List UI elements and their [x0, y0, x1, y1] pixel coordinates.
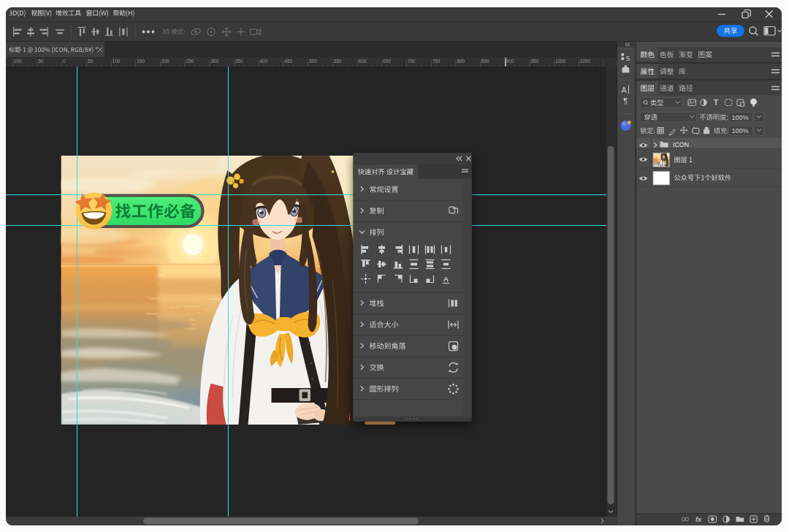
svg-text:A: A — [443, 275, 449, 283]
svg-text:fx: fx — [695, 516, 702, 523]
svg-text:100%: 100% — [732, 127, 749, 134]
svg-text:500: 500 — [309, 58, 317, 64]
svg-text:950: 950 — [531, 58, 539, 64]
svg-text:50: 50 — [39, 58, 45, 64]
svg-text:450: 450 — [285, 58, 293, 64]
svg-text:250: 250 — [186, 58, 194, 64]
svg-text:700: 700 — [408, 58, 416, 64]
svg-text:300: 300 — [210, 58, 218, 64]
svg-text:50: 50 — [88, 58, 94, 64]
svg-text:0: 0 — [63, 58, 66, 64]
svg-text:A: A — [621, 86, 626, 94]
svg-text:T: T — [714, 98, 719, 107]
svg-text:550: 550 — [334, 58, 342, 64]
svg-text:200: 200 — [161, 58, 169, 64]
svg-text:1000: 1000 — [555, 58, 566, 64]
svg-text:ICON: ICON — [673, 141, 689, 148]
svg-text:1050: 1050 — [580, 58, 591, 64]
svg-text:800: 800 — [457, 58, 465, 64]
svg-text:5: 5 — [626, 54, 630, 62]
svg-text:100%: 100% — [732, 114, 749, 121]
svg-text:400: 400 — [260, 58, 268, 64]
svg-text:350: 350 — [235, 58, 243, 64]
svg-text:900: 900 — [506, 58, 514, 64]
svg-text:600: 600 — [359, 58, 367, 64]
svg-text:150: 150 — [137, 58, 145, 64]
svg-text:100: 100 — [14, 58, 22, 64]
svg-text:100: 100 — [113, 58, 121, 64]
svg-text:850: 850 — [481, 58, 489, 64]
svg-text:¶: ¶ — [623, 96, 628, 105]
svg-text:650: 650 — [383, 58, 391, 64]
svg-text:750: 750 — [432, 58, 441, 64]
